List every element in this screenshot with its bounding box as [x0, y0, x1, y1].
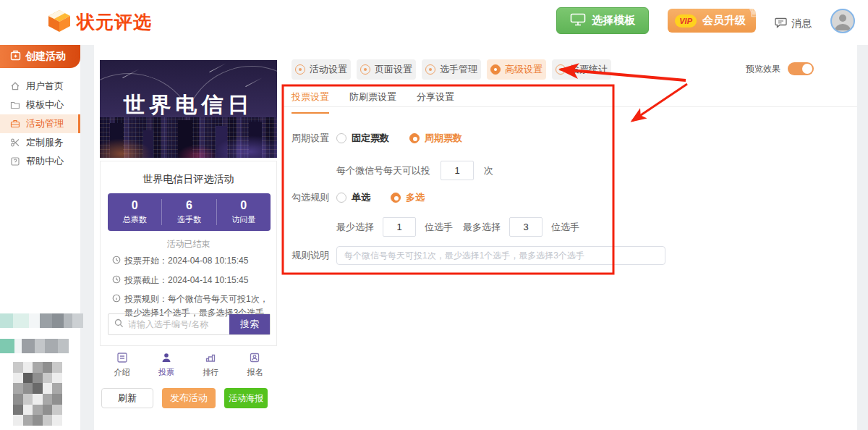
tab-intro[interactable]: 介绍 [100, 352, 144, 378]
vote-start-row: 投票开始：2024-04-08 10:15:45 [112, 254, 268, 269]
activity-status: 活动已结束 [101, 238, 276, 250]
choose-template-button[interactable]: 选择模板 [556, 7, 649, 34]
max-select-input[interactable] [509, 217, 542, 237]
subtab-share-settings[interactable]: 分享设置 [417, 90, 454, 114]
sidebar-item-custom-service[interactable]: 定制服务 [0, 133, 80, 152]
tab-vote-statistics[interactable]: 投票统计 [552, 59, 611, 80]
blurred-region [0, 313, 83, 328]
min-select-input[interactable] [383, 217, 416, 237]
sidebar-item-template-center[interactable]: 模板中心 [0, 96, 80, 114]
app-header: 状元评选 选择模板 VIP 会员升级 ♕ [0, 0, 868, 45]
rule-description-input[interactable] [336, 246, 665, 265]
help-icon [10, 156, 20, 166]
player-search: 搜索 [108, 313, 271, 335]
cycle-setting-row: 周期设置 固定票数 周期票数 [292, 132, 462, 145]
clock-icon [112, 255, 121, 269]
settings-tabs: 活动设置 页面设置 选手管理 高级设置 投票统计 [292, 59, 611, 80]
fixed-votes-radio[interactable] [336, 133, 346, 143]
preview-toggle: 预览效果 [746, 62, 814, 75]
stat-total-votes: 0 总票数 [108, 199, 161, 225]
player-search-input[interactable] [128, 319, 222, 329]
sidebar: 创建活动 用户首页 模板中心 活动管理 [0, 45, 80, 430]
vote-statistics-icon [556, 64, 566, 75]
briefcase-icon [10, 119, 20, 129]
advanced-settings-icon [490, 64, 501, 75]
tab-signup[interactable]: 报名 [233, 352, 277, 378]
publish-activity-button[interactable]: 发布活动 [162, 388, 216, 408]
logo[interactable]: 状元评选 [46, 8, 152, 36]
tab-advanced-settings[interactable]: 高级设置 [487, 59, 546, 80]
intro-list-icon [116, 352, 128, 363]
check-rule-row: 勾选规则 单选 多选 [292, 191, 425, 204]
banner-title: 世界电信日 [100, 90, 277, 120]
stats-bar: 0 总票数 6 选手数 0 访问量 [108, 193, 271, 231]
clock-icon [112, 274, 121, 288]
tab-activity-settings[interactable]: 活动设置 [292, 59, 351, 80]
activity-title: 世界电信日评选活动 [101, 173, 276, 186]
search-icon [114, 319, 124, 330]
messages-button[interactable]: 消息 [775, 17, 812, 30]
activity-poster-button[interactable]: 活动海报 [224, 388, 268, 408]
refresh-button[interactable]: 刷新 [101, 388, 153, 408]
search-button[interactable]: 搜索 [229, 314, 270, 334]
per-day-votes-row: 每个微信号每天可以投 次 [336, 161, 493, 180]
member-upgrade-button[interactable]: VIP 会员升级 ♕ [668, 9, 756, 33]
preview-bottom-tabs: 介绍 投票 排行 报名 [100, 352, 277, 378]
city-skyline [100, 117, 277, 158]
preview-actions: 刷新 发布活动 活动海报 [101, 388, 268, 408]
sidebar-nav: 用户首页 模板中心 活动管理 定制服务 [0, 77, 80, 171]
blurred-region [0, 339, 69, 353]
activity-settings-icon [295, 64, 305, 75]
settings-subtabs: 投票设置 防刷票设置 分享设置 [292, 90, 454, 114]
message-bubble-icon [775, 17, 787, 30]
blurred-qr-region [13, 362, 62, 426]
stat-players: 6 选手数 [161, 199, 216, 225]
sidebar-item-activity-management[interactable]: 活动管理 [0, 114, 80, 133]
create-activity-button[interactable]: 创建活动 [0, 45, 80, 68]
folder-icon [10, 100, 20, 110]
crown-icon: ♕ [749, 4, 760, 20]
per-day-votes-input[interactable] [441, 161, 474, 180]
person-icon [161, 352, 172, 363]
scissors-icon [10, 138, 20, 148]
create-box-icon [10, 50, 21, 63]
id-card-icon [249, 352, 260, 363]
single-select-radio[interactable] [336, 193, 346, 203]
avatar[interactable] [830, 9, 855, 33]
sidebar-item-help-center[interactable]: 帮助中心 [0, 152, 80, 171]
divider [283, 106, 857, 107]
home-icon [10, 81, 20, 91]
activity-preview-card: 世界电信日评选活动 0 总票数 6 选手数 0 访问量 活动已结束 [100, 161, 277, 346]
rule-description-row: 规则说明 [292, 246, 665, 265]
cycle-votes-radio[interactable] [409, 133, 420, 143]
vip-badge: VIP [675, 14, 697, 28]
bar-chart-icon [205, 352, 216, 363]
main-panel: 世界电信日 评选活动 世界电信日评选活动 0 总票数 6 选手数 [94, 45, 857, 430]
preview-toggle-switch[interactable] [788, 62, 814, 75]
monitor-icon [570, 13, 586, 28]
sidebar-item-user-home[interactable]: 用户首页 [0, 77, 80, 96]
min-max-select-row: 最少选择 位选手 最多选择 位选手 [336, 217, 579, 237]
header-actions: 选择模板 VIP 会员升级 ♕ 消息 [556, 7, 855, 34]
activity-banner: 世界电信日 评选活动 [100, 60, 277, 158]
player-management-icon [425, 64, 435, 75]
subtab-vote-settings[interactable]: 投票设置 [292, 90, 329, 114]
tab-player-management[interactable]: 选手管理 [422, 59, 481, 80]
tab-vote[interactable]: 投票 [144, 352, 188, 378]
stat-visits: 0 访问量 [216, 199, 271, 225]
subtab-anti-cheat-settings[interactable]: 防刷票设置 [349, 90, 396, 114]
page-settings-icon [360, 64, 370, 75]
logo-cube-icon [46, 8, 72, 36]
vote-end-row: 投票截止：2024-04-14 10:15:45 [112, 274, 268, 288]
logo-text: 状元评选 [77, 10, 152, 34]
tab-ranking[interactable]: 排行 [189, 352, 233, 378]
page: 状元评选 选择模板 VIP 会员升级 ♕ [0, 0, 868, 430]
multi-select-radio[interactable] [391, 193, 401, 203]
tab-page-settings[interactable]: 页面设置 [357, 59, 416, 80]
